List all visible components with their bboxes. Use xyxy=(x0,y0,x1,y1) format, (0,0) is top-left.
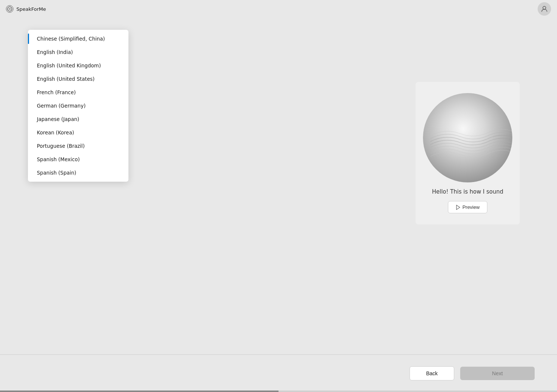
titlebar-left: SpeakForMe xyxy=(6,5,46,13)
dropdown-item-spanish-spain[interactable]: Spanish (Spain) xyxy=(28,166,128,179)
svg-point-1 xyxy=(543,6,546,9)
progress-fill xyxy=(0,391,278,392)
dropdown-item-german[interactable]: German (Germany) xyxy=(28,99,128,112)
app-icon xyxy=(6,5,13,13)
bottom-bar: Back Next xyxy=(0,355,557,392)
progress-bar xyxy=(0,391,557,392)
app-title: SpeakForMe xyxy=(16,6,46,12)
dropdown-item-chinese[interactable]: Chinese (Simplified, China) xyxy=(28,32,128,45)
dropdown-item-korean[interactable]: Korean (Korea) xyxy=(28,126,128,139)
voice-avatar xyxy=(423,93,512,182)
dropdown-item-english-uk[interactable]: English (United Kingdom) xyxy=(28,59,128,72)
voice-label: Hello! This is how I sound xyxy=(432,188,503,195)
dropdown-item-portuguese[interactable]: Portuguese (Brazil) xyxy=(28,139,128,153)
preview-button[interactable]: Preview xyxy=(448,201,487,213)
dropdown-item-english-us[interactable]: English (United States) xyxy=(28,72,128,86)
user-button[interactable] xyxy=(538,2,551,16)
dropdown-item-japanese[interactable]: Japanese (Japan) xyxy=(28,112,128,126)
titlebar-right xyxy=(538,2,551,16)
back-button[interactable]: Back xyxy=(410,366,454,380)
voice-preview-card: Hello! This is how I sound Preview xyxy=(416,82,520,224)
svg-point-3 xyxy=(423,93,512,182)
svg-point-0 xyxy=(7,7,12,11)
titlebar: SpeakForMe xyxy=(0,0,557,18)
dropdown-item-spanish-mexico[interactable]: Spanish (Mexico) xyxy=(28,153,128,166)
preview-label: Preview xyxy=(462,204,480,210)
play-icon xyxy=(456,205,460,210)
dropdown-item-french[interactable]: French (France) xyxy=(28,86,128,99)
next-button[interactable]: Next xyxy=(460,367,535,380)
dropdown-item-english-india[interactable]: English (India) xyxy=(28,45,128,59)
language-dropdown: Chinese (Simplified, China) English (Ind… xyxy=(28,30,128,182)
